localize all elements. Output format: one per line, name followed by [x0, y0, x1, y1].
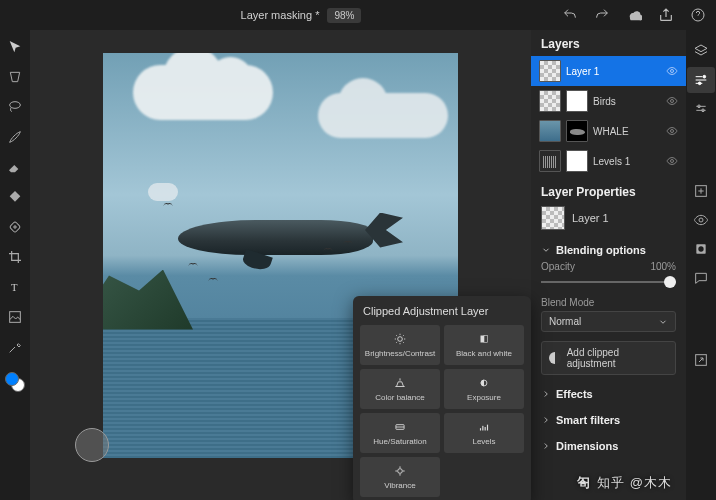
chevron-down-icon — [541, 245, 551, 255]
layer-row-levels1[interactable]: Levels 1 — [531, 146, 686, 176]
cloud-icon[interactable] — [626, 7, 642, 23]
opacity-label: Opacity — [541, 261, 575, 272]
adjustment-hue-saturation[interactable]: Hue/Saturation — [360, 413, 440, 453]
zoom-badge[interactable]: 98% — [327, 8, 361, 23]
transform-tool-icon[interactable] — [6, 68, 24, 86]
clipped-adjustment-popup: Clipped Adjustment Layer Brightness/Cont… — [353, 296, 531, 500]
layers-header: Layers — [531, 30, 686, 56]
right-rail — [686, 30, 716, 500]
add-icon[interactable] — [687, 178, 715, 204]
chevron-right-icon — [541, 389, 551, 399]
svg-point-20 — [698, 82, 701, 85]
right-panel: Layers Layer 1 Birds WHALE — [531, 30, 686, 500]
foreground-color — [5, 372, 19, 386]
adjustment-exposure[interactable]: Exposure — [444, 369, 524, 409]
comments-icon[interactable] — [687, 265, 715, 291]
layer-thumb — [539, 90, 561, 112]
placement-tool-icon[interactable] — [6, 308, 24, 326]
svg-point-17 — [671, 130, 674, 133]
layer-thumb — [539, 120, 561, 142]
left-toolbar: T — [0, 30, 30, 500]
effects-section[interactable]: Effects — [531, 381, 686, 407]
chevron-right-icon — [541, 441, 551, 451]
visibility-icon[interactable] — [666, 155, 678, 167]
move-tool-icon[interactable] — [6, 38, 24, 56]
lasso-tool-icon[interactable] — [6, 98, 24, 116]
document-title: Layer masking * — [241, 9, 320, 21]
undo-icon[interactable] — [562, 7, 578, 23]
adjustment-levels[interactable]: Levels — [444, 413, 524, 453]
svg-point-5 — [398, 337, 403, 342]
blend-mode-label: Blend Mode — [531, 295, 686, 311]
adjustment-vibrance[interactable]: Vibrance — [360, 457, 440, 497]
color-swatch[interactable] — [5, 372, 25, 392]
fill-tool-icon[interactable] — [6, 188, 24, 206]
mask-panel-icon[interactable] — [687, 236, 715, 262]
svg-point-19 — [703, 75, 706, 78]
eraser-tool-icon[interactable] — [6, 158, 24, 176]
smart-filters-section[interactable]: Smart filters — [531, 407, 686, 433]
layer-mask-thumb — [566, 150, 588, 172]
blend-mode-select[interactable]: Normal — [541, 311, 676, 332]
layer-thumb — [539, 150, 561, 172]
opacity-value: 100% — [650, 261, 676, 272]
visibility-icon[interactable] — [666, 65, 678, 77]
share-icon[interactable] — [658, 7, 674, 23]
watermark: 匌 知乎 @木木 — [577, 474, 672, 492]
healing-tool-icon[interactable] — [6, 218, 24, 236]
svg-rect-12 — [485, 427, 486, 431]
touch-shortcut-circle[interactable] — [75, 428, 109, 462]
svg-rect-6 — [481, 336, 485, 343]
layer-mask-thumb — [566, 120, 588, 142]
visibility-icon[interactable] — [666, 95, 678, 107]
canvas-area[interactable]: Clipped Adjustment Layer Brightness/Cont… — [30, 30, 531, 500]
layer-row-layer1[interactable]: Layer 1 — [531, 56, 686, 86]
adjustment-black-white[interactable]: Black and white — [444, 325, 524, 365]
blending-options-header[interactable]: Blending options — [531, 237, 686, 259]
svg-point-24 — [699, 218, 703, 222]
dimensions-section[interactable]: Dimensions — [531, 433, 686, 459]
svg-rect-11 — [482, 426, 483, 431]
help-icon[interactable] — [690, 7, 706, 23]
chevron-down-icon — [658, 317, 668, 327]
adjustment-color-balance[interactable]: Color balance — [360, 369, 440, 409]
opacity-slider[interactable] — [541, 274, 676, 290]
adjustment-brightness-contrast[interactable]: Brightness/Contrast — [360, 325, 440, 365]
eyedropper-tool-icon[interactable] — [6, 338, 24, 356]
svg-point-1 — [10, 102, 21, 109]
layers-panel-icon[interactable] — [687, 38, 715, 64]
adjust-panel-icon[interactable] — [687, 96, 715, 122]
layer-mask-thumb — [566, 90, 588, 112]
export-icon[interactable] — [687, 347, 715, 373]
layer-row-whale[interactable]: WHALE — [531, 116, 686, 146]
svg-point-16 — [671, 100, 674, 103]
add-clipped-adjustment-button[interactable]: Add clipped adjustment — [541, 341, 676, 375]
topbar: Layer masking * 98% — [0, 0, 716, 30]
svg-rect-4 — [10, 312, 21, 323]
svg-point-26 — [698, 246, 703, 251]
layer-prop-name: Layer 1 — [572, 212, 609, 224]
crop-tool-icon[interactable] — [6, 248, 24, 266]
layer-properties-header: Layer Properties — [541, 183, 676, 202]
layer-prop-thumb[interactable] — [541, 206, 565, 230]
svg-rect-10 — [480, 428, 481, 430]
layers-list: Layer 1 Birds WHALE — [531, 56, 686, 176]
redo-icon[interactable] — [594, 7, 610, 23]
visibility-panel-icon[interactable] — [687, 207, 715, 233]
popup-title: Clipped Adjustment Layer — [360, 305, 524, 317]
brush-tool-icon[interactable] — [6, 128, 24, 146]
layer-thumb — [539, 60, 561, 82]
properties-panel-icon[interactable] — [687, 67, 715, 93]
whale-image — [178, 208, 403, 263]
svg-point-14 — [398, 469, 403, 474]
visibility-icon[interactable] — [666, 125, 678, 137]
layer-row-birds[interactable]: Birds — [531, 86, 686, 116]
adjustment-icon — [549, 352, 561, 364]
svg-text:T: T — [11, 282, 18, 293]
svg-rect-7 — [484, 336, 488, 343]
svg-point-15 — [671, 70, 674, 73]
type-tool-icon[interactable]: T — [6, 278, 24, 296]
chevron-right-icon — [541, 415, 551, 425]
svg-rect-13 — [487, 425, 488, 431]
svg-point-18 — [671, 160, 674, 163]
